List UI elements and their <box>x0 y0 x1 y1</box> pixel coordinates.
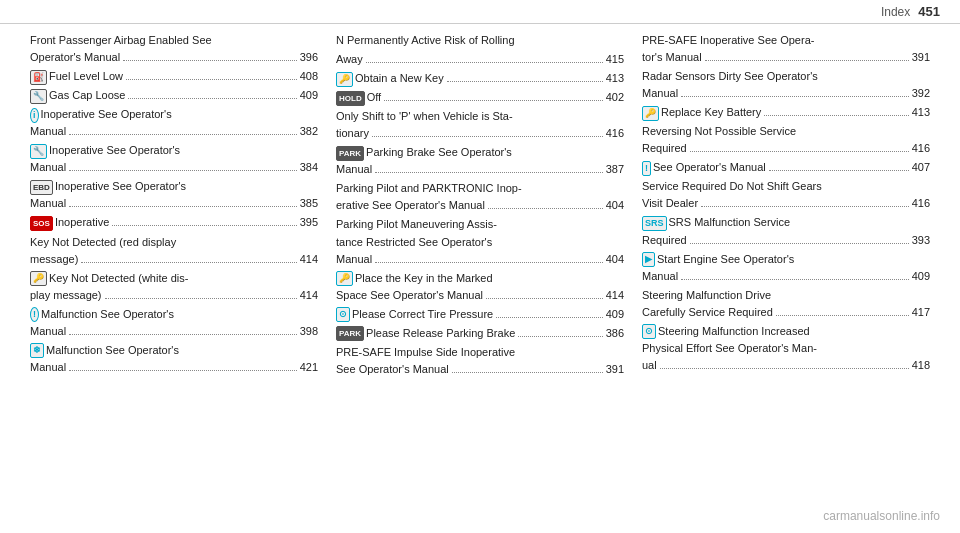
entry-subtext2: ual <box>642 357 657 374</box>
entry-subtext: Required <box>642 140 687 157</box>
dots <box>366 62 603 63</box>
entry-text: PARKPlease Release Parking Brake <box>336 325 515 342</box>
entry: N Permanently Active Risk of Rolling <box>336 32 624 49</box>
entry: ⊙Steering Malfunction IncreasedPhysical … <box>642 323 930 374</box>
entry: !Malfunction See Operator'sManual398 <box>30 306 318 340</box>
entry: PRE-SAFE Impulse Side InoperativeSee Ope… <box>336 344 624 378</box>
watermark: carmanualsonline.info <box>823 509 940 523</box>
dots <box>496 317 602 318</box>
entry-subtext: Manual <box>642 85 678 102</box>
entry-text: Radar Sensors Dirty See Operator's <box>642 68 930 85</box>
entry-subtext: tionary <box>336 125 369 142</box>
entry: Away415 <box>336 51 624 68</box>
dots <box>375 262 603 263</box>
page-ref: 391 <box>912 49 930 66</box>
entry: Service Required Do Not Shift GearsVisit… <box>642 178 930 212</box>
content-area: Front Passenger Airbag Enabled SeeOperat… <box>0 32 960 380</box>
entry-text: Parking Pilot and PARKTRONIC Inop- <box>336 180 624 197</box>
page-ref: 414 <box>300 251 318 268</box>
dots <box>681 96 909 97</box>
header: Index 451 <box>0 0 960 24</box>
page-ref: 414 <box>606 287 624 304</box>
dots <box>776 315 909 316</box>
entry-subtext: Manual <box>30 359 66 376</box>
entry-text: ❄Malfunction See Operator's <box>30 342 318 359</box>
entry-text: Front Passenger Airbag Enabled See <box>30 32 318 49</box>
entry-text: HOLDOff <box>336 89 381 106</box>
dots <box>701 206 909 207</box>
dots <box>488 208 603 209</box>
entry-text: 🔑Replace Key Battery <box>642 104 761 121</box>
entry-text: Parking Pilot Maneuvering Assis- <box>336 216 624 233</box>
entry-text: !Malfunction See Operator's <box>30 306 318 323</box>
page-ref: 385 <box>300 195 318 212</box>
entry: Parking Pilot Maneuvering Assis-tance Re… <box>336 216 624 267</box>
entry-text: ⊙Steering Malfunction Increased <box>642 323 930 340</box>
page-ref: 398 <box>300 323 318 340</box>
entry-text: 🔧Gas Cap Loose <box>30 87 125 104</box>
page-ref: 409 <box>912 268 930 285</box>
dots <box>81 262 296 263</box>
page-ref: 387 <box>606 161 624 178</box>
entry: ❄Malfunction See Operator'sManual421 <box>30 342 318 376</box>
page-ref: 384 <box>300 159 318 176</box>
entry: 🔑Key Not Detected (white dis-play messag… <box>30 270 318 304</box>
dots <box>128 98 296 99</box>
entry: 🔑Obtain a New Key413 <box>336 70 624 87</box>
dots <box>69 370 297 371</box>
entry: 🔑Place the Key in the MarkedSpace See Op… <box>336 270 624 304</box>
entry-text: Only Shift to 'P' when Vehicle is Sta- <box>336 108 624 125</box>
page-ref: 418 <box>912 357 930 374</box>
dots <box>518 336 602 337</box>
page-ref: 416 <box>606 125 624 142</box>
dots <box>690 151 909 152</box>
entry: Reversing Not Possible ServiceRequired41… <box>642 123 930 157</box>
entry-subtext: tance Restricted See Operator's <box>336 234 624 251</box>
entry: Key Not Detected (red displaymessage)414 <box>30 234 318 268</box>
page-ref: 413 <box>912 104 930 121</box>
entry-text: ▶Start Engine See Operator's <box>642 251 930 268</box>
dots <box>375 172 603 173</box>
page-ref: 408 <box>300 68 318 85</box>
dots <box>764 115 908 116</box>
page-ref: 421 <box>300 359 318 376</box>
entry: EBDInoperative See Operator'sManual385 <box>30 178 318 212</box>
dots <box>123 60 296 61</box>
entry-subtext: Physical Effort See Operator's Man- <box>642 340 930 357</box>
entry-text: N Permanently Active Risk of Rolling <box>336 32 515 49</box>
entry-subtext: Manual <box>30 195 66 212</box>
page-ref: 414 <box>300 287 318 304</box>
page-ref: 404 <box>606 251 624 268</box>
entry: Front Passenger Airbag Enabled SeeOperat… <box>30 32 318 66</box>
entry-subtext: tor's Manual <box>642 49 702 66</box>
entry-text: 🔑Obtain a New Key <box>336 70 444 87</box>
dots <box>384 100 602 101</box>
dots <box>447 81 603 82</box>
entry-subtext: Operator's Manual <box>30 49 120 66</box>
entry-text: 🔧Inoperative See Operator's <box>30 142 318 159</box>
entry-subtext: Manual <box>30 123 66 140</box>
column-3: PRE-SAFE Inoperative See Opera-tor's Man… <box>642 32 930 380</box>
entry: Parking Pilot and PARKTRONIC Inop-erativ… <box>336 180 624 214</box>
entry: 🔑Replace Key Battery413 <box>642 104 930 121</box>
page-ref: 386 <box>606 325 624 342</box>
entry-text: !See Operator's Manual <box>642 159 766 176</box>
dots <box>690 243 909 244</box>
entry: Radar Sensors Dirty See Operator'sManual… <box>642 68 930 102</box>
dots <box>105 298 297 299</box>
page-ref: 413 <box>606 70 624 87</box>
entry-subtext: See Operator's Manual <box>336 361 449 378</box>
dots <box>486 298 603 299</box>
page-ref: 416 <box>912 195 930 212</box>
dots <box>126 79 297 80</box>
page-ref: 404 <box>606 197 624 214</box>
page-ref: 393 <box>912 232 930 249</box>
dots <box>372 136 603 137</box>
entry-text: Away <box>336 51 363 68</box>
entry-subtext: erative See Operator's Manual <box>336 197 485 214</box>
column-2: N Permanently Active Risk of RollingAway… <box>336 32 642 380</box>
dots <box>705 60 909 61</box>
entry: PARKPlease Release Parking Brake386 <box>336 325 624 342</box>
page-ref: 415 <box>606 51 624 68</box>
entry-subtext: Space See Operator's Manual <box>336 287 483 304</box>
